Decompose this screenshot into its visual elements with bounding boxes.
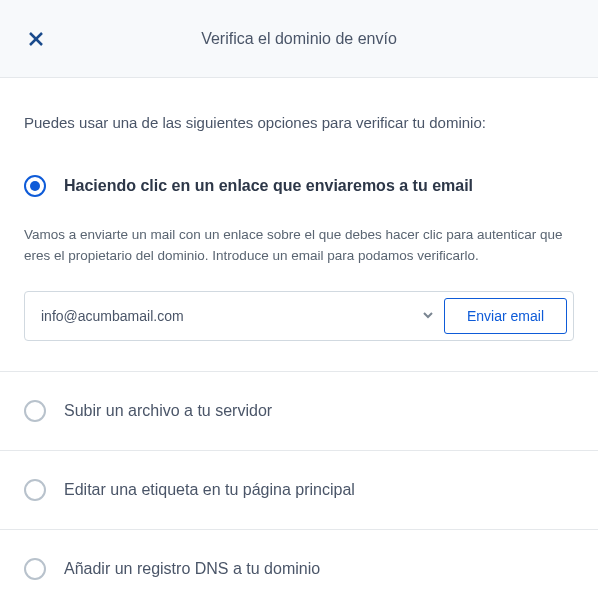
modal-content: Puedes usar una de las siguientes opcion… <box>0 78 598 608</box>
option-edit-tag[interactable]: Editar una etiqueta en tu página princip… <box>24 451 574 529</box>
modal-title: Verifica el dominio de envío <box>0 30 598 48</box>
radio-email-link[interactable] <box>24 175 46 197</box>
send-email-button[interactable]: Enviar email <box>444 298 567 334</box>
option-tag-label: Editar una etiqueta en tu página princip… <box>64 481 355 499</box>
option-email-helper: Vamos a enviarte un mail con un enlace s… <box>24 225 574 267</box>
option-email-link[interactable]: Haciendo clic en un enlace que enviaremo… <box>24 175 574 197</box>
option-dns-label: Añadir un registro DNS a tu dominio <box>64 560 320 578</box>
modal-header: Verifica el dominio de envío <box>0 0 598 78</box>
close-button[interactable] <box>24 27 48 51</box>
email-select-value: info@acumbamail.com <box>41 308 422 324</box>
radio-dns-record[interactable] <box>24 558 46 580</box>
email-input-row: info@acumbamail.com Enviar email <box>24 291 574 341</box>
radio-edit-tag[interactable] <box>24 479 46 501</box>
option-upload-label: Subir un archivo a tu servidor <box>64 402 272 420</box>
close-icon <box>28 31 44 47</box>
option-dns-record[interactable]: Añadir un registro DNS a tu dominio <box>24 530 574 608</box>
email-select[interactable]: info@acumbamail.com <box>31 298 444 334</box>
option-upload-file[interactable]: Subir un archivo a tu servidor <box>24 372 574 450</box>
intro-text: Puedes usar una de las siguientes opcion… <box>24 114 574 131</box>
radio-upload-file[interactable] <box>24 400 46 422</box>
option-email-label: Haciendo clic en un enlace que enviaremo… <box>64 177 473 195</box>
chevron-down-icon <box>422 307 434 325</box>
